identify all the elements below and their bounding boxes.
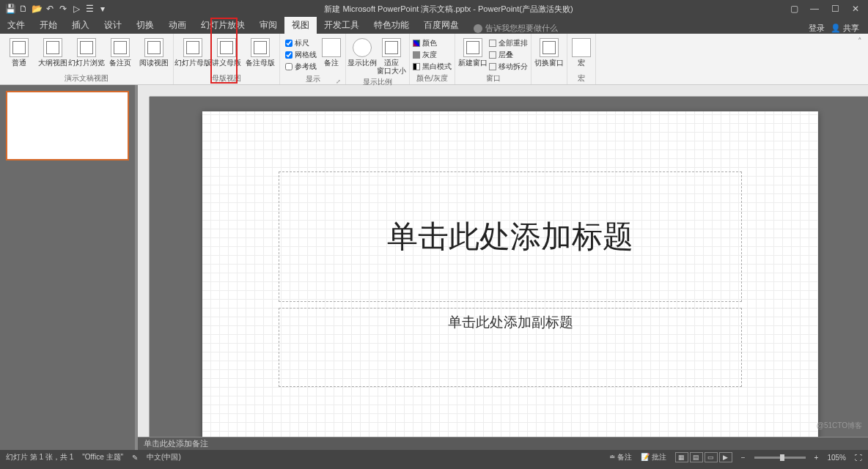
status-language[interactable]: 中文(中国) (147, 452, 181, 462)
zoom-in-icon[interactable]: + (814, 454, 819, 462)
ruler-checkbox[interactable]: 标尺 (285, 38, 317, 48)
arrange-all-button[interactable]: 全部重排 (489, 38, 528, 48)
slide[interactable]: 单击此处添加标题 单击此处添加副标题 (202, 111, 818, 437)
tab-file[interactable]: 文件 (0, 17, 32, 34)
zoom-button[interactable]: 显示比例 (349, 37, 375, 68)
macros-button[interactable]: 宏 (570, 37, 592, 68)
redo-icon[interactable]: ↷ (57, 3, 69, 15)
tab-transitions[interactable]: 切换 (129, 17, 161, 34)
slide-master-button[interactable]: 幻灯片母版 (177, 37, 209, 68)
tab-view[interactable]: 视图 (284, 17, 317, 34)
tab-baidu[interactable]: 百度网盘 (416, 17, 466, 34)
save-icon[interactable]: 💾 (4, 3, 16, 15)
group-show: 显示⤢ (283, 73, 342, 85)
fit-slide-icon[interactable]: ⛶ (855, 454, 862, 462)
fit-window-button[interactable]: 适应 窗口大小 (377, 37, 406, 76)
status-spellcheck-icon[interactable]: ✎ (132, 454, 138, 462)
notes-page-button[interactable]: 备注页 (104, 37, 136, 68)
group-zoom: 显示比例 (349, 76, 406, 88)
ribbon-options-icon[interactable]: ▢ (784, 1, 803, 16)
tab-animations[interactable]: 动画 (161, 17, 194, 34)
open-icon[interactable]: 📂 (31, 3, 43, 15)
slide-canvas[interactable]: 单击此处添加标题 单击此处添加副标题 @51CTO博客 (150, 97, 868, 437)
group-presentation-views: 演示文稿视图 (3, 73, 170, 84)
reading-view-icon[interactable]: ▭ (705, 452, 718, 462)
notes-master-button[interactable]: 备注母版 (244, 37, 276, 68)
group-macros: 宏 (570, 73, 592, 84)
minimize-icon[interactable]: — (805, 1, 824, 16)
thumbnail-slide-1[interactable] (6, 91, 129, 160)
slide-thumbnails-panel (0, 85, 135, 450)
zoom-percent[interactable]: 105% (827, 454, 846, 462)
tab-slideshow[interactable]: 幻灯片放映 (194, 17, 252, 34)
status-theme: "Office 主题" (82, 452, 123, 462)
new-window-button[interactable]: 新建窗口 (458, 37, 488, 68)
group-window: 窗口 (458, 73, 528, 84)
color-button[interactable]: 颜色 (413, 38, 452, 48)
subtitle-placeholder[interactable]: 单击此处添加副标题 (279, 308, 742, 387)
switch-window-button[interactable]: 切换窗口 (534, 37, 564, 68)
tab-review[interactable]: 审阅 (252, 17, 284, 34)
tell-me[interactable]: 告诉我您想要做什么 (474, 23, 558, 34)
move-split-button[interactable]: 移动拆分 (489, 62, 528, 72)
slideshow-view-icon[interactable]: ▶ (719, 452, 732, 462)
tab-home[interactable]: 开始 (32, 17, 65, 34)
grayscale-button[interactable]: 灰度 (413, 50, 452, 60)
ruler-horizontal[interactable] (150, 85, 868, 97)
tab-design[interactable]: 设计 (97, 17, 129, 34)
close-icon[interactable]: ✕ (846, 1, 865, 16)
new-icon[interactable]: 🗋 (18, 3, 29, 15)
share-link[interactable]: 👤 共享 (831, 23, 859, 34)
status-notes[interactable]: ≐ 备注 (609, 452, 632, 462)
group-color: 颜色/灰度 (413, 73, 452, 84)
ruler-corner (138, 85, 150, 97)
show-launcher-icon[interactable]: ⤢ (336, 78, 341, 85)
login-link[interactable]: 登录 (809, 23, 825, 34)
ruler-vertical[interactable] (138, 97, 150, 437)
status-slide-info: 幻灯片 第 1 张，共 1 (6, 452, 73, 462)
outline-view-button[interactable]: 大纲视图 (37, 37, 69, 68)
title-placeholder[interactable]: 单击此处添加标题 (279, 171, 742, 302)
tab-special[interactable]: 特色功能 (367, 17, 416, 34)
reading-view-button[interactable]: 阅读视图 (138, 37, 170, 68)
notes-pane[interactable]: 单击此处添加备注 (138, 437, 868, 450)
group-switch (534, 75, 564, 84)
start-icon[interactable]: ▷ (70, 3, 82, 15)
handout-master-button[interactable]: 讲义母版 (210, 37, 243, 68)
notes-button[interactable]: 备注 (320, 37, 342, 68)
zoom-out-icon[interactable]: − (741, 454, 746, 462)
window-title: 新建 Microsoft PowerPoint 演示文稿.pptx - Powe… (113, 4, 784, 15)
maximize-icon[interactable]: ☐ (825, 1, 845, 16)
tab-insert[interactable]: 插入 (65, 17, 97, 34)
sorter-view-icon[interactable]: ▤ (690, 452, 703, 462)
sorter-view-button[interactable]: 幻灯片浏览 (70, 37, 103, 68)
watermark: @51CTO博客 (817, 421, 862, 431)
normal-view-button[interactable]: 普通 (3, 37, 35, 68)
guides-checkbox[interactable]: 参考线 (285, 62, 317, 72)
normal-view-icon[interactable]: ▦ (675, 452, 688, 462)
lightbulb-icon (474, 24, 482, 33)
collapse-ribbon-icon[interactable]: ˄ (852, 34, 868, 84)
bw-button[interactable]: 黑白模式 (413, 62, 452, 72)
undo-icon[interactable]: ↶ (44, 3, 56, 15)
gridlines-checkbox[interactable]: 网格线 (285, 50, 317, 60)
touch-icon[interactable]: ☰ (84, 3, 95, 15)
status-comments[interactable]: 📝 批注 (641, 452, 666, 462)
tab-developer[interactable]: 开发工具 (317, 17, 367, 34)
group-master-views: 母版视图 (177, 73, 276, 84)
qat-more-icon[interactable]: ▾ (97, 3, 108, 15)
zoom-slider[interactable] (754, 457, 806, 459)
cascade-button[interactable]: 层叠 (489, 50, 528, 60)
